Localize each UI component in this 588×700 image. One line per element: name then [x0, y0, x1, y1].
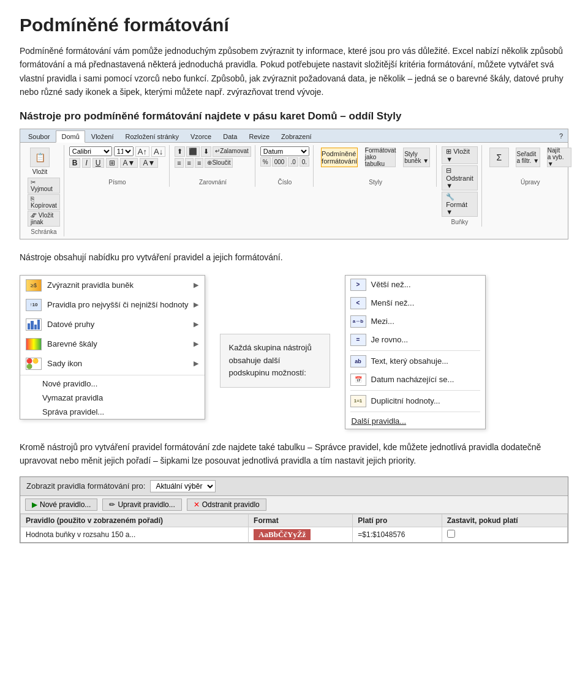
subgroup-line3: podskupinu možností:: [229, 368, 306, 377]
ribbon-btn-sort-filter[interactable]: Seřadita filtr. ▼: [513, 146, 543, 170]
rm-btn-new[interactable]: ▶ Nové pravidlo...: [25, 499, 97, 511]
tab-vzorce[interactable]: Vzorce: [185, 130, 217, 142]
icon-sets-icon: 🔴🟡🟢: [25, 357, 42, 371]
menu-item-data-bars-label: Datové pruhy: [47, 320, 189, 329]
align-left-btn[interactable]: ≡: [175, 158, 183, 168]
underline-btn[interactable]: U: [92, 158, 104, 168]
rm-btn-edit[interactable]: ✏ Upravit pravidlo...: [102, 499, 181, 511]
bold-btn[interactable]: B: [69, 158, 81, 168]
font-decrease-btn[interactable]: A↓: [151, 146, 165, 157]
tab-domu[interactable]: Domů: [56, 130, 85, 143]
cell-styles-icon: Stylybuněk ▼: [403, 148, 430, 167]
format-badge: AaBbČčYyŽž: [254, 529, 311, 540]
border-btn[interactable]: ⊞: [106, 158, 118, 168]
submenu-item-contains-text[interactable]: ab Text, který obsahuje...: [345, 352, 485, 371]
thousands-btn[interactable]: 000: [272, 157, 287, 167]
submenu-item-duplicate[interactable]: 1=1 Duplicitní hodnoty...: [345, 392, 485, 410]
italic-btn[interactable]: I: [82, 158, 90, 168]
color-scales-icon: [25, 337, 42, 351]
find-select-icon: Najíta vyb. ▼: [547, 148, 571, 167]
ribbon-btn-cell-styles[interactable]: Stylybuněk ▼: [401, 146, 432, 170]
ribbon-group-zarovnani: ⬆ ⬛ ⬇ ↵Zalamovat ≡ ≡ ≡ ⊕Sloučit Zarovnán…: [171, 145, 255, 187]
tab-data[interactable]: Data: [217, 130, 243, 142]
align-top-btn[interactable]: ⬆: [175, 146, 185, 157]
submenu-divider1: [350, 350, 480, 351]
submenu-item-less-than-label: Menší než...: [371, 298, 415, 307]
insert-cells-btn[interactable]: ⊞ Vložit ▼: [442, 146, 478, 164]
contains-text-icon: ab: [350, 355, 366, 367]
tab-vlozeni[interactable]: Vložení: [86, 130, 119, 142]
submenu-item-equal-to[interactable]: = Je rovno...: [345, 331, 485, 349]
menu-item-data-bars[interactable]: Datové pruhy ▶: [20, 315, 205, 334]
menu-item-manage-rules[interactable]: Správa pravidel...: [20, 405, 205, 419]
submenu-item-equal-to-label: Je rovno...: [371, 335, 409, 344]
subgroup-line1: Každá skupina nástrojů: [229, 343, 312, 352]
chevron-right-icon4: ▶: [194, 340, 198, 348]
ribbon-btn-copy[interactable]: ⎘ Kopírovat: [28, 194, 60, 210]
menu-item-top-bottom[interactable]: ↑10 Pravidla pro nejvyšší či nejnižší ho…: [20, 295, 205, 315]
font-color-btn[interactable]: A▼: [140, 158, 158, 168]
menu-item-icon-sets-label: Sady ikon: [47, 359, 189, 368]
delete-cells-btn[interactable]: ⊟ Odstranit ▼: [442, 165, 478, 190]
tab-rozlozeni[interactable]: Rozložení stránky: [120, 130, 184, 142]
menu-item-clear-rules[interactable]: Vymazat pravidla: [20, 391, 205, 405]
number-format-select[interactable]: Datum: [260, 146, 309, 156]
submenu-item-more-rules[interactable]: Další pravidla...: [345, 413, 485, 429]
percent-btn[interactable]: %: [260, 157, 271, 167]
submenu-item-date[interactable]: 📅 Datum nacházející se...: [345, 371, 485, 389]
excel-ribbon: Soubor Domů Vložení Rozložení stránky Vz…: [20, 129, 568, 239]
align-middle-btn[interactable]: ⬛: [186, 146, 200, 157]
rm-label: Zobrazit pravidla formátování pro:: [26, 481, 145, 491]
ribbon-btn-vlozit[interactable]: 📋 Vložit: [28, 146, 52, 176]
ribbon-tabs: Soubor Domů Vložení Rozložení stránky Vz…: [20, 129, 568, 143]
rm-col-format: Format: [249, 514, 353, 527]
tab-zobrazeni[interactable]: Zobrazení: [276, 130, 317, 142]
edit-rule-icon: ✏: [109, 500, 115, 509]
menu-item-new-rule[interactable]: Nové pravidlo...: [20, 377, 205, 391]
conditional-format-icon: Podmíněnéformátování: [321, 148, 358, 167]
menu-item-top-bottom-label: Pravidla pro nejvyšší či nejnižší hodnot…: [47, 300, 189, 309]
decrease-decimal-btn[interactable]: .0: [288, 157, 298, 167]
ribbon-btn-find-select[interactable]: Najíta vyb. ▼: [545, 146, 574, 170]
ribbon-group-bunky-label: Buňky: [438, 219, 481, 225]
ribbon-group-upravy: Σ Seřadita filtr. ▼ Najíta vyb. ▼ Úpravy: [483, 145, 578, 187]
wrap-text-btn[interactable]: ↵Zalamovat: [213, 146, 251, 157]
submenu-item-greater-than[interactable]: > Větší než...: [345, 276, 485, 294]
font-increase-btn[interactable]: A↑: [135, 146, 149, 157]
increase-decimal-btn[interactable]: 0.: [300, 157, 309, 167]
chevron-right-icon3: ▶: [194, 320, 198, 328]
highlight-icon: ≥$: [25, 279, 42, 292]
ribbon-btn-conditional-format[interactable]: Podmíněnéformátování: [318, 146, 360, 170]
submenu-item-less-than[interactable]: < Menší než...: [345, 294, 485, 312]
stop-if-true-checkbox[interactable]: [447, 530, 455, 538]
ribbon-group-pismo-label: Písmo: [66, 179, 169, 186]
submenu-item-duplicate-label: Duplicitní hodnoty...: [371, 396, 440, 405]
rm-select[interactable]: Aktuální výběr: [150, 480, 216, 492]
tab-revize[interactable]: Revize: [243, 130, 275, 142]
right-submenu: > Větší než... < Menší než... a↔b Mezi..…: [345, 275, 486, 429]
menu-item-highlight[interactable]: ≥$ Zvýraznit pravidla buněk ▶: [20, 276, 205, 295]
ribbon-btn-format-as-table[interactable]: Formátovatjako tabulku: [363, 146, 398, 170]
ribbon-btn-paste-special[interactable]: 🖇 Vložit jinak: [28, 211, 60, 227]
ribbon-help[interactable]: ?: [554, 130, 568, 142]
format-cells-btn[interactable]: 🔧 Formát ▼: [442, 192, 478, 217]
ribbon-group-zarovnani-label: Zarovnání: [171, 179, 255, 186]
font-select[interactable]: Calibri: [69, 146, 112, 156]
align-bottom-btn[interactable]: ⬇: [201, 146, 211, 157]
ribbon-btn-cut[interactable]: ✂ Vyjmout: [28, 178, 60, 194]
align-right-btn[interactable]: ≡: [195, 158, 203, 168]
menu-item-icon-sets[interactable]: 🔴🟡🟢 Sady ikon ▶: [20, 354, 205, 374]
tab-soubor[interactable]: Soubor: [23, 130, 55, 142]
merge-btn[interactable]: ⊕Sloučit: [205, 158, 233, 168]
menu-item-color-scales[interactable]: Barevné škály ▶: [20, 334, 205, 354]
ribbon-schranka-buttons: 📋 Vložit ✂ Vyjmout ⎘ Kopírovat 🖇 Vložit …: [28, 146, 60, 227]
submenu-item-between[interactable]: a↔b Mezi...: [345, 312, 485, 331]
chevron-right-icon2: ▶: [194, 301, 198, 309]
rm-btn-delete[interactable]: ✕ Odstranit pravidlo: [187, 499, 266, 511]
font-size-select[interactable]: 11: [114, 146, 134, 156]
top-bottom-icon: ↑10: [25, 298, 42, 312]
fill-btn[interactable]: A▼: [120, 158, 138, 168]
align-center-btn[interactable]: ≡: [185, 158, 194, 168]
ribbon-btn-autosum[interactable]: Σ: [487, 146, 511, 170]
bottom-paragraph: Kromě nástrojů pro vytváření pravidel fo…: [20, 440, 568, 468]
